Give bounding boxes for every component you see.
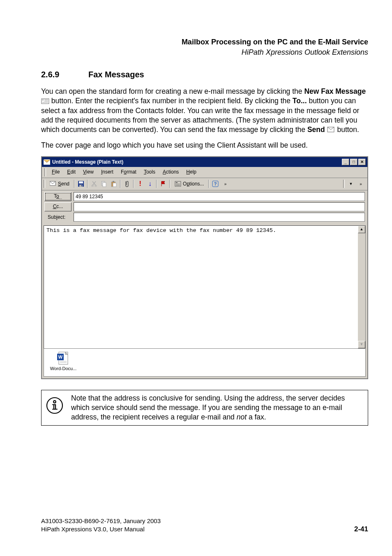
toolbar-grip-icon [44,168,46,176]
send-icon [327,126,335,132]
svg-text:?: ? [214,181,217,186]
scroll-down-icon[interactable]: ▼ [358,341,365,348]
svg-rect-2 [44,101,48,101]
p1-bold-to: To... [293,97,307,105]
separator-icon [120,180,121,188]
menu-view[interactable]: View [80,168,97,176]
p1-text2: button. Enter the recipient's fax number… [49,97,293,105]
page-footer: A31003-S2330-B690-2-7619, January 2003 H… [41,517,368,534]
menu-help[interactable]: Help [183,168,199,176]
page-number: 2-41 [354,525,368,533]
subject-label: Subject: [44,214,71,220]
svg-rect-17 [113,181,114,182]
menu-bar: File Edit View Insert Format Tools Actio… [42,167,367,178]
close-button[interactable]: ✕ [358,159,366,165]
separator-icon [133,180,134,188]
section-title: Fax Messages [88,70,144,79]
to-input[interactable] [74,192,365,201]
paragraph-2: The cover page and logo which you have s… [41,141,368,150]
note-text: Note that the address is conclusive for … [71,394,364,422]
paragraph-1: You can open the standard form for creat… [41,87,368,134]
svg-rect-9 [79,181,83,183]
more-buttons-icon[interactable]: » [220,179,230,189]
footer-left: A31003-S2330-B690-2-7619, January 2003 H… [41,517,161,534]
svg-rect-11 [81,185,82,186]
svg-point-31 [53,401,56,403]
separator-icon [156,180,157,188]
p1-text: You can open the standard form for creat… [41,87,304,95]
footer-docid: A31003-S2330-B690-2-7619, January 2003 [41,517,161,525]
flag-button[interactable] [158,179,168,189]
title-bar: Untitled - Message (Plain Text) _ □ ✕ [42,157,367,167]
toolbar-grip-icon [343,180,345,188]
note-part1: Note that the address is conclusive for … [71,394,345,421]
new-fax-message-icon [41,97,49,104]
message-text: This is a fax message for fax device wit… [46,227,363,234]
menu-actions[interactable]: Actions [160,168,182,176]
svg-rect-21 [176,184,180,184]
word-document-icon: W [56,351,70,365]
separator-icon [87,180,88,188]
toolbar: Send ! ↓ [42,178,367,190]
envelope-icon [44,159,50,165]
note-italic: not [237,413,247,421]
help-button[interactable]: ? [210,179,220,189]
toolbar-grip-icon [44,180,45,188]
save-button[interactable] [76,179,86,189]
svg-rect-22 [176,185,180,185]
menu-edit[interactable]: Edit [64,168,78,176]
subject-input[interactable] [74,213,365,222]
section-number: 2.6.9 [41,70,88,79]
importance-high-button[interactable]: ! [135,179,145,189]
menu-format[interactable]: Format [118,168,139,176]
to-button[interactable]: To... [44,192,71,201]
footer-doctitle: HiPath Xpressions V3.0, User Manual [41,525,161,533]
menu-insert[interactable]: Insert [98,168,116,176]
svg-text:W: W [58,354,63,359]
options-button[interactable]: Options... [171,180,207,188]
svg-point-30 [47,398,62,413]
attachment-label: Word-Docu... [50,366,77,371]
note-box: Note that the address is conclusive for … [41,390,368,426]
cc-button[interactable]: Cc... [44,202,71,211]
attachment-area: W Word-Docu... [44,349,366,377]
p1-bold-newfax: New Fax Message [304,87,366,95]
p1-bold-send: Send [307,125,325,134]
header-subtitle: HiPath Xpressions Outlook Extensions [41,47,368,58]
importance-low-button[interactable]: ↓ [145,179,155,189]
p1-text4: button. [335,125,359,134]
copy-button[interactable] [99,179,109,189]
window-controls: _ □ ✕ [342,159,366,165]
svg-rect-32 [54,405,55,409]
send-button[interactable]: Send [46,180,73,188]
scrollbar[interactable]: ▲ ▼ [358,226,365,348]
section-heading: 2.6.9Fax Messages [41,70,368,79]
cut-button[interactable] [89,179,99,189]
svg-rect-29 [60,362,67,363]
scroll-track[interactable] [358,233,365,341]
scroll-up-icon[interactable]: ▲ [358,226,365,233]
format-dropdown[interactable]: ▼ [346,179,356,189]
separator-icon [169,180,170,188]
svg-rect-18 [113,183,116,187]
svg-rect-28 [60,361,67,361]
svg-rect-20 [176,182,178,183]
cc-input[interactable] [74,202,365,211]
separator-icon [74,180,75,188]
menu-tools[interactable]: Tools [141,168,158,176]
menu-file[interactable]: File [49,168,62,176]
maximize-button[interactable]: □ [350,159,357,165]
more-buttons-icon[interactable]: » [356,179,366,189]
window-title: Untitled - Message (Plain Text) [52,159,342,165]
address-fields: To... Cc... Subject: [42,190,367,225]
svg-rect-1 [44,100,48,100]
header-title: Mailbox Processing on the PC and the E-M… [41,37,368,47]
attachment-item[interactable]: W Word-Docu... [47,351,79,371]
minimize-button[interactable]: _ [342,159,349,165]
paste-button[interactable] [109,179,119,189]
message-body[interactable]: This is a fax message for fax device wit… [44,225,366,349]
attach-button[interactable] [122,179,132,189]
page-header: Mailbox Processing on the PC and the E-M… [41,37,368,58]
outlook-compose-window: Untitled - Message (Plain Text) _ □ ✕ Fi… [41,156,368,379]
svg-rect-15 [103,183,106,187]
